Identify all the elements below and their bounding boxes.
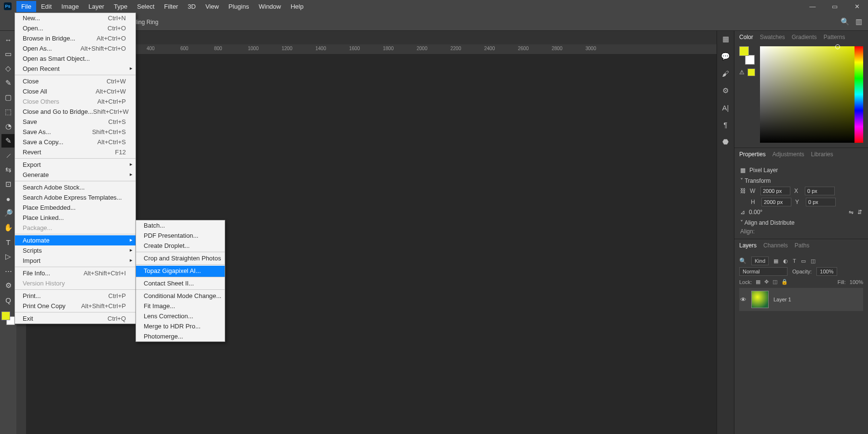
layer-filter-icon[interactable]: 🔍 [739, 258, 746, 264]
tool-10[interactable]: ⊡ [1, 177, 15, 191]
tab-layers[interactable]: Layers [739, 242, 757, 249]
menu-item-export[interactable]: Export [15, 160, 136, 170]
fill-input[interactable]: 100% [850, 279, 863, 285]
menu-item-print[interactable]: Print...Ctrl+P [15, 291, 136, 301]
menu-item-place-linked[interactable]: Place Linked... [15, 213, 136, 223]
tool-12[interactable]: 🔎 [1, 206, 15, 220]
tool-14[interactable]: T [1, 235, 15, 249]
menu-file[interactable]: File [16, 1, 36, 12]
menu-item-topaz-gigapixel-ai[interactable]: Topaz Gigapixel AI... [136, 266, 225, 277]
tool-6[interactable]: ◔ [1, 120, 15, 133]
tool-5[interactable]: ⬚ [1, 105, 15, 119]
menu-item-open-as-smart-object[interactable]: Open as Smart Object... [15, 54, 136, 64]
tool-7[interactable]: ✎ [1, 134, 15, 148]
flip-v-icon[interactable]: ⇵ [857, 209, 862, 216]
layer-row[interactable]: 👁 Layer 1 [739, 288, 863, 311]
lock-all-icon[interactable]: 🔒 [781, 279, 788, 285]
tool-17[interactable]: ⚙ [1, 279, 15, 292]
tab-color[interactable]: Color [739, 34, 753, 41]
menu-item-save[interactable]: SaveCtrl+S [15, 117, 136, 127]
foreground-background-swatch[interactable] [1, 312, 15, 325]
gamut-warning-icon[interactable]: ⚠ [739, 69, 745, 76]
minimize-button[interactable]: — [801, 0, 824, 13]
character-icon[interactable]: A| [722, 104, 729, 112]
tool-4[interactable]: ▢ [1, 91, 15, 104]
menu-item-save-a-copy[interactable]: Save a Copy...Alt+Ctrl+S [15, 137, 136, 147]
menu-view[interactable]: View [201, 1, 224, 12]
x-input[interactable] [805, 187, 835, 195]
menu-item-save-as[interactable]: Save As...Shift+Ctrl+S [15, 127, 136, 137]
align-section[interactable]: ˅ Align and Distribute [740, 219, 862, 226]
height-input[interactable] [761, 198, 791, 206]
tool-18[interactable]: Q [1, 293, 15, 307]
menu-item-pdf-presentation[interactable]: PDF Presentation... [136, 231, 225, 241]
layer-filter-kind[interactable]: Kind [751, 257, 769, 265]
menu-image[interactable]: Image [56, 1, 83, 12]
color-fg-swatch[interactable] [739, 46, 749, 56]
menu-item-close-all[interactable]: Close AllAlt+Ctrl+W [15, 86, 136, 96]
tool-1[interactable]: ▭ [1, 47, 15, 61]
panel-icon[interactable]: ▦ [722, 35, 729, 43]
menu-item-search-adobe-stock[interactable]: Search Adobe Stock... [15, 182, 136, 192]
brush-icon[interactable]: 🖌 [722, 69, 729, 78]
menu-item-merge-to-hdr-pro[interactable]: Merge to HDR Pro... [136, 321, 225, 331]
menu-item-generate[interactable]: Generate [15, 170, 136, 181]
menu-item-contact-sheet-ii[interactable]: Contact Sheet II... [136, 278, 225, 290]
menu-item-new[interactable]: New...Ctrl+N [15, 13, 136, 23]
menu-item-open-as[interactable]: Open As...Alt+Shift+Ctrl+O [15, 43, 136, 54]
lock-pixels-icon[interactable]: ▦ [756, 279, 760, 285]
tab-paths[interactable]: Paths [795, 242, 810, 249]
menu-item-fit-image[interactable]: Fit Image... [136, 301, 225, 311]
visibility-icon[interactable]: 👁 [740, 296, 746, 303]
color-picker[interactable] [760, 46, 863, 143]
tool-11[interactable]: ● [1, 192, 15, 205]
lock-position-icon[interactable]: ✥ [764, 279, 769, 285]
filter-type-icon[interactable]: T [793, 258, 796, 264]
layer-name[interactable]: Layer 1 [773, 297, 791, 302]
menu-layer[interactable]: Layer [84, 1, 109, 12]
menu-item-close-and-go-to-bridge[interactable]: Close and Go to Bridge...Shift+Ctrl+W [15, 107, 136, 117]
search-icon[interactable]: 🔍 [841, 17, 850, 26]
color-bg-swatch[interactable] [745, 55, 755, 65]
hue-slider[interactable] [854, 46, 863, 143]
transform-section[interactable]: ˅ Transform [740, 177, 862, 184]
filter-pixel-icon[interactable]: ▦ [773, 258, 778, 264]
filter-shape-icon[interactable]: ▭ [801, 258, 806, 264]
menu-item-revert[interactable]: RevertF12 [15, 147, 136, 159]
maximize-button[interactable]: ▭ [824, 0, 846, 13]
menu-3d[interactable]: 3D [183, 1, 201, 12]
menu-item-photomerge[interactable]: Photomerge... [136, 331, 225, 341]
menu-item-print-one-copy[interactable]: Print One CopyAlt+Shift+Ctrl+P [15, 301, 136, 312]
tab-properties[interactable]: Properties [739, 151, 766, 158]
layer-thumbnail[interactable] [751, 291, 769, 308]
menu-plugins[interactable]: Plugins [224, 1, 254, 12]
menu-item-exit[interactable]: ExitCtrl+Q [15, 313, 136, 324]
menu-filter[interactable]: Filter [159, 1, 183, 12]
filter-adjust-icon[interactable]: ◐ [783, 258, 788, 264]
y-input[interactable] [806, 198, 836, 206]
paragraph-icon[interactable]: ¶ [723, 121, 727, 129]
close-window-button[interactable]: ✕ [846, 0, 868, 13]
tool-13[interactable]: ✋ [1, 221, 15, 234]
tab-libraries[interactable]: Libraries [811, 151, 833, 158]
menu-item-place-embedded[interactable]: Place Embedded... [15, 203, 136, 213]
menu-item-conditional-mode-change[interactable]: Conditional Mode Change... [136, 291, 225, 301]
tool-16[interactable]: ⋯ [1, 264, 15, 278]
menu-item-close[interactable]: CloseCtrl+W [15, 76, 136, 86]
filter-smart-icon[interactable]: ◫ [811, 258, 815, 264]
menu-item-file-info[interactable]: File Info...Alt+Shift+Ctrl+I [15, 268, 136, 278]
tab-patterns[interactable]: Patterns [824, 34, 845, 41]
flip-h-icon[interactable]: ⇋ [849, 209, 854, 216]
width-input[interactable] [760, 187, 790, 195]
tool-9[interactable]: ⇆ [1, 163, 15, 176]
tool-8[interactable]: ⟋ [1, 149, 15, 162]
menu-item-automate[interactable]: Automate [15, 235, 136, 245]
menu-edit[interactable]: Edit [36, 1, 56, 12]
blend-mode-dropdown[interactable]: Normal [739, 267, 787, 276]
menu-item-create-droplet[interactable]: Create Droplet... [136, 241, 225, 252]
menu-item-crop-and-straighten-photos[interactable]: Crop and Straighten Photos [136, 253, 225, 265]
tab-gradients[interactable]: Gradients [792, 34, 817, 41]
workspace-switcher-icon[interactable]: ▥ [855, 17, 862, 26]
tool-0[interactable]: ↔ [1, 33, 15, 46]
menu-item-import[interactable]: Import [15, 256, 136, 267]
